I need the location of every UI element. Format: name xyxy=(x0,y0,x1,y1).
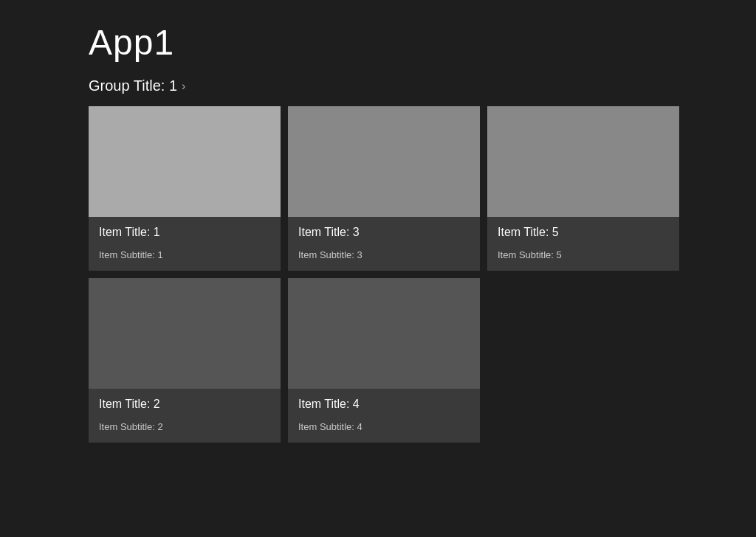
group-1-header[interactable]: Group Title: 1 › xyxy=(89,77,753,94)
item-card-5[interactable]: Item Title: 5 Item Subtitle: 5 xyxy=(487,106,679,271)
item-2-info: Item Title: 2 Item Subtitle: 2 xyxy=(89,389,281,443)
group-1: Group Title: 1 › Item Title: 1 Item Subt… xyxy=(89,77,753,443)
item-3-thumbnail xyxy=(288,106,480,217)
item-4-info: Item Title: 4 Item Subtitle: 4 xyxy=(288,389,480,443)
item-4-thumbnail xyxy=(288,278,480,389)
app-title: App1 xyxy=(89,22,756,63)
item-3-title: Item Title: 3 xyxy=(298,226,470,239)
item-3-info: Item Title: 3 Item Subtitle: 3 xyxy=(288,217,480,271)
item-card-2[interactable]: Item Title: 2 Item Subtitle: 2 xyxy=(89,278,281,443)
item-card-3[interactable]: Item Title: 3 Item Subtitle: 3 xyxy=(288,106,480,271)
item-2-title: Item Title: 2 xyxy=(99,398,270,411)
item-4-subtitle: Item Subtitle: 4 xyxy=(298,421,470,432)
group-1-title: Group Title: 1 xyxy=(89,77,177,94)
item-card-1[interactable]: Item Title: 1 Item Subtitle: 1 xyxy=(89,106,281,271)
item-1-info: Item Title: 1 Item Subtitle: 1 xyxy=(89,217,281,271)
item-5-title: Item Title: 5 xyxy=(498,226,669,239)
item-5-info: Item Title: 5 Item Subtitle: 5 xyxy=(487,217,679,271)
item-3-subtitle: Item Subtitle: 3 xyxy=(298,249,470,260)
item-card-4[interactable]: Item Title: 4 Item Subtitle: 4 xyxy=(288,278,480,443)
item-5-thumbnail xyxy=(487,106,679,217)
app-container: App1 Group Title: 1 › Item Title: 1 Item… xyxy=(0,0,756,537)
group-2: Grou Item T Item Su Item T Item Su xyxy=(753,77,756,443)
item-2-thumbnail xyxy=(89,278,281,389)
group-1-items-grid: Item Title: 1 Item Subtitle: 1 Item Titl… xyxy=(89,106,753,443)
item-2-subtitle: Item Subtitle: 2 xyxy=(99,421,270,432)
item-1-thumbnail xyxy=(89,106,281,217)
item-1-title: Item Title: 1 xyxy=(99,226,270,239)
item-1-subtitle: Item Subtitle: 1 xyxy=(99,249,270,260)
item-4-title: Item Title: 4 xyxy=(298,398,470,411)
chevron-right-icon: › xyxy=(182,80,185,93)
item-5-subtitle: Item Subtitle: 5 xyxy=(498,249,669,260)
